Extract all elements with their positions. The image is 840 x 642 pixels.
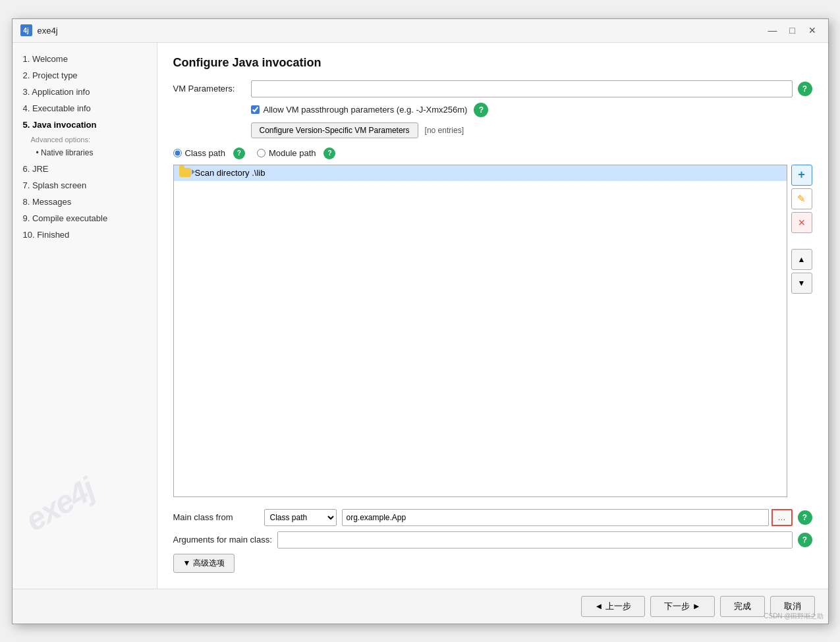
configure-btn-row: Configure Version-Specific VM Parameters… xyxy=(173,122,812,138)
path-type-radio-row: Class path ? Module path ? xyxy=(173,147,812,159)
module-path-option[interactable]: Module path xyxy=(257,148,316,158)
help-icon: ? xyxy=(802,84,807,94)
add-button[interactable]: + xyxy=(791,165,812,186)
minimize-icon: — xyxy=(768,25,777,36)
sidebar-item-finished[interactable]: 10. Finished xyxy=(13,227,157,243)
sidebar-item-project-type[interactable]: 2. Project type xyxy=(13,67,157,84)
browse-button[interactable]: … xyxy=(771,509,793,526)
sidebar-item-messages[interactable]: 8. Messages xyxy=(13,194,157,210)
sidebar-item-welcome[interactable]: 1. Welcome xyxy=(13,51,157,67)
arguments-label: Arguments for main class: xyxy=(173,535,272,545)
module-path-label: Module path xyxy=(269,148,316,158)
class-path-option[interactable]: Class path xyxy=(173,148,225,158)
move-down-button[interactable]: ▼ xyxy=(791,273,812,294)
footer: ◄ 上一步 下一步 ► 完成 取消 xyxy=(13,589,828,624)
folder-icon xyxy=(179,168,191,177)
csdn-label: CSDN @田野渐之助 xyxy=(764,612,824,621)
sidebar: 1. Welcome 2. Project type 3. Applicatio… xyxy=(13,43,157,589)
maximize-icon: □ xyxy=(789,25,795,36)
vm-parameters-label: VM Parameters: xyxy=(173,84,246,94)
edit-button[interactable]: ✎ xyxy=(791,188,812,209)
list-item-text: Scan directory .\lib xyxy=(195,168,266,178)
arguments-row: Arguments for main class: ? xyxy=(173,531,812,548)
main-class-help-button[interactable]: ? xyxy=(798,510,812,525)
help-icon-4: ? xyxy=(327,149,331,157)
maximize-button[interactable]: □ xyxy=(785,22,800,38)
main-class-from-row: Main class from Class path Module path …… xyxy=(173,509,812,526)
watermark: exe4j xyxy=(19,444,156,539)
class-path-label: Class path xyxy=(185,148,225,158)
next-button[interactable]: 下一步 ► xyxy=(650,596,714,617)
class-path-radio[interactable] xyxy=(173,149,182,157)
sidebar-item-native-libraries[interactable]: Native libraries xyxy=(13,145,157,161)
sidebar-item-app-info[interactable]: 3. Application info xyxy=(13,84,157,100)
main-window: 4j exe4j — □ ✕ 1. Welcome 2. Project typ… xyxy=(12,18,829,624)
sidebar-item-java-invocation[interactable]: 5. Java invocation xyxy=(13,117,157,133)
main-class-from-label: Main class from xyxy=(173,512,259,522)
main-class-input[interactable] xyxy=(342,509,769,526)
module-path-radio[interactable] xyxy=(257,149,266,157)
module-path-help-button[interactable]: ? xyxy=(323,147,335,159)
page-title: Configure Java invocation xyxy=(173,56,812,70)
close-button[interactable]: ✕ xyxy=(804,22,820,38)
down-arrow-icon: ▼ xyxy=(798,279,806,288)
help-icon-3: ? xyxy=(237,149,241,157)
allow-passthrough-checkbox[interactable] xyxy=(251,105,260,114)
up-arrow-icon: ▲ xyxy=(798,255,806,264)
passthrough-help-button[interactable]: ? xyxy=(474,103,488,117)
sidebar-advanced-label: Advanced options: xyxy=(13,133,157,145)
sidebar-item-splash[interactable]: 7. Splash screen xyxy=(13,177,157,194)
arguments-help-button[interactable]: ? xyxy=(798,533,812,547)
list-side-buttons: + ✎ ✕ ▲ ▼ xyxy=(791,165,812,497)
window-title: exe4j xyxy=(38,26,765,36)
minimize-button[interactable]: — xyxy=(765,22,781,38)
vm-parameters-input[interactable] xyxy=(251,80,793,97)
folder-icon-wrap xyxy=(179,168,191,178)
sidebar-item-exe-info[interactable]: 4. Executable info xyxy=(13,100,157,117)
main-layout: 1. Welcome 2. Project type 3. Applicatio… xyxy=(13,43,828,589)
main-class-dropdown[interactable]: Class path Module path xyxy=(264,509,337,526)
app-icon: 4j xyxy=(20,24,32,36)
content-area: Configure Java invocation VM Parameters:… xyxy=(157,43,828,589)
move-up-button[interactable]: ▲ xyxy=(791,249,812,270)
configure-vm-params-button[interactable]: Configure Version-Specific VM Parameters xyxy=(251,122,418,138)
finish-button[interactable]: 完成 xyxy=(720,596,765,617)
sidebar-item-jre[interactable]: 6. JRE xyxy=(13,161,157,177)
allow-passthrough-label[interactable]: Allow VM passthrough parameters (e.g. -J… xyxy=(264,105,468,115)
allow-passthrough-row: Allow VM passthrough parameters (e.g. -J… xyxy=(173,103,812,117)
browse-icon: … xyxy=(778,513,786,522)
delete-button[interactable]: ✕ xyxy=(791,212,812,233)
list-item[interactable]: Scan directory .\lib xyxy=(174,165,787,181)
folder-arrow-icon xyxy=(192,169,195,174)
list-container: Scan directory .\lib + ✎ ✕ xyxy=(173,165,812,497)
help-icon-6: ? xyxy=(802,535,807,545)
add-icon: + xyxy=(798,168,805,182)
sidebar-item-compile[interactable]: 9. Compile executable xyxy=(13,210,157,227)
no-entries-text: [no entries] xyxy=(425,126,464,135)
edit-icon: ✎ xyxy=(797,193,806,205)
back-button[interactable]: ◄ 上一步 xyxy=(581,596,645,617)
advanced-options-button[interactable]: ▼ 高级选项 xyxy=(173,554,235,573)
sidebar-overlay: exe4j xyxy=(13,444,157,589)
vm-parameters-help-button[interactable]: ? xyxy=(798,82,812,96)
title-bar: 4j exe4j — □ ✕ xyxy=(13,19,828,43)
main-class-input-wrap: … xyxy=(342,509,793,526)
bottom-form: Main class from Class path Module path …… xyxy=(173,504,812,578)
class-path-help-button[interactable]: ? xyxy=(233,147,245,159)
close-icon: ✕ xyxy=(808,25,816,36)
classpath-list[interactable]: Scan directory .\lib xyxy=(173,165,787,497)
help-icon-2: ? xyxy=(479,105,484,115)
arguments-input[interactable] xyxy=(277,531,793,548)
delete-icon: ✕ xyxy=(798,217,806,228)
window-controls: — □ ✕ xyxy=(765,22,820,38)
vm-parameters-row: VM Parameters: ? xyxy=(173,80,812,97)
help-icon-5: ? xyxy=(802,513,807,522)
